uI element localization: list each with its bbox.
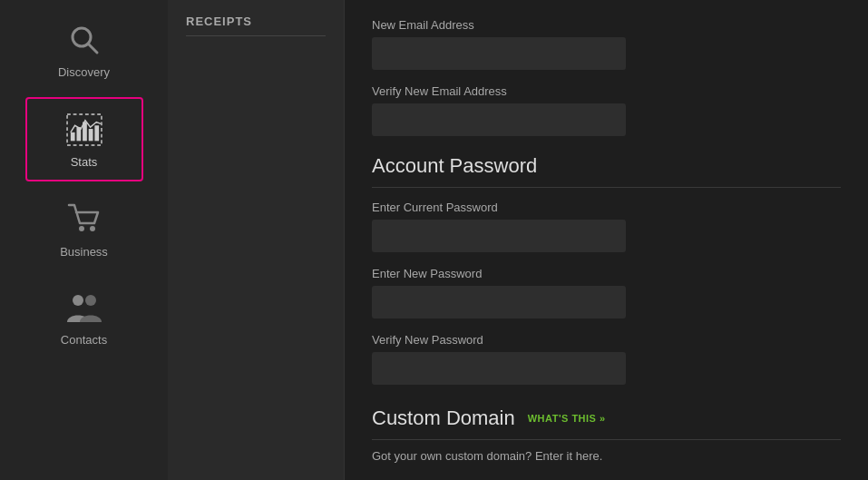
- new-password-label: Enter New Password: [372, 267, 841, 280]
- current-password-input[interactable]: [372, 220, 626, 252]
- new-email-input[interactable]: [372, 37, 626, 70]
- new-email-label: New Email Address: [372, 18, 841, 32]
- custom-domain-header: Custom Domain WHAT'S THIS »: [372, 407, 841, 440]
- contacts-icon: [64, 288, 104, 328]
- middle-panel: RECEIPTS: [168, 0, 345, 480]
- sidebar-item-discovery-label: Discovery: [58, 65, 110, 79]
- sidebar-item-business-label: Business: [60, 245, 108, 259]
- verify-email-input[interactable]: [372, 103, 626, 136]
- main-panel: New Email Address Verify New Email Addre…: [345, 0, 868, 480]
- sidebar-item-contacts-label: Contacts: [61, 333, 107, 347]
- stats-icon: [64, 110, 104, 150]
- svg-rect-6: [88, 129, 93, 141]
- password-section: Account Password Enter Current Password …: [372, 154, 841, 385]
- verify-email-label: Verify New Email Address: [372, 84, 841, 98]
- svg-point-10: [73, 295, 83, 306]
- whats-this-link[interactable]: WHAT'S THIS »: [528, 413, 606, 424]
- svg-rect-7: [94, 125, 99, 141]
- discovery-icon: [64, 20, 104, 60]
- sidebar-item-business[interactable]: Business: [25, 189, 143, 269]
- svg-point-9: [90, 226, 95, 231]
- sidebar: Discovery Stats: [0, 0, 168, 480]
- svg-point-11: [85, 295, 96, 306]
- email-section: New Email Address Verify New Email Addre…: [372, 18, 841, 136]
- receipts-title: RECEIPTS: [186, 15, 326, 36]
- sidebar-item-discovery[interactable]: Discovery: [25, 9, 143, 90]
- business-icon: [64, 200, 104, 240]
- custom-domain-description: Got your own custom domain? Enter it her…: [372, 449, 841, 463]
- password-section-title: Account Password: [372, 154, 841, 188]
- sidebar-item-contacts[interactable]: Contacts: [25, 277, 143, 358]
- verify-password-label: Verify New Password: [372, 333, 841, 347]
- sidebar-item-stats-label: Stats: [71, 155, 98, 169]
- svg-line-1: [88, 44, 97, 53]
- svg-rect-3: [70, 132, 74, 141]
- sidebar-item-stats[interactable]: Stats: [25, 97, 143, 181]
- svg-point-8: [79, 226, 84, 231]
- custom-domain-title: Custom Domain: [372, 407, 515, 430]
- verify-password-input[interactable]: [372, 352, 626, 385]
- custom-domain-section: Custom Domain WHAT'S THIS » Got your own…: [372, 407, 841, 463]
- current-password-label: Enter Current Password: [372, 201, 841, 214]
- new-password-input[interactable]: [372, 286, 626, 318]
